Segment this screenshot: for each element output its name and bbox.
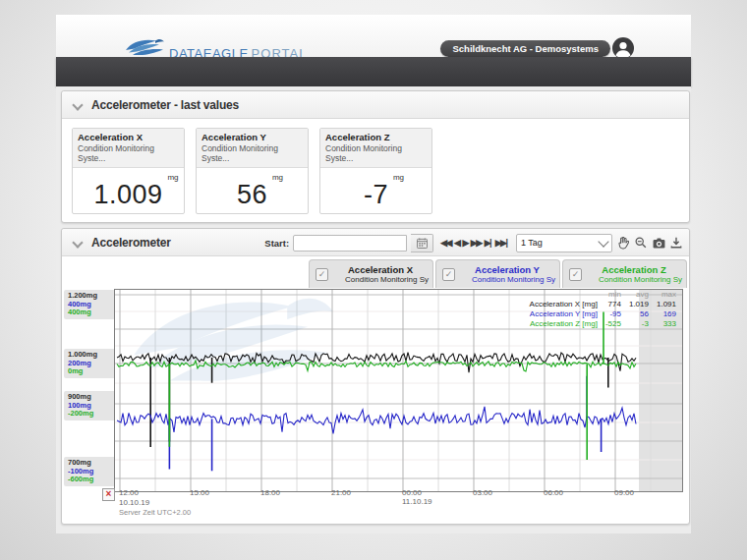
y-axis-label-group-4: 700mg -100mg -600mg — [64, 457, 116, 486]
y-tick-z: 0mg — [68, 367, 113, 376]
legend-series-name: Acceleration X — [332, 264, 429, 275]
top-nav-bar — [56, 57, 691, 86]
value-card-acceleration-z[interactable]: Acceleration Z Condition Monitoring Syst… — [319, 128, 432, 214]
y-axis-label-group-2: 1.000mg 200mg 0mg — [64, 349, 116, 378]
card-value-area: -7mg — [320, 168, 431, 221]
panel-title: Accelerometer — [91, 236, 171, 250]
zoom-out-button[interactable] — [634, 236, 648, 250]
card-subtitle: Condition Monitoring Syste... — [325, 143, 427, 163]
legend-tab-acceleration-y[interactable]: ✓ Acceleration Y Condition Monitoring Sy — [435, 259, 560, 288]
checkbox-checked-icon[interactable]: ✓ — [316, 268, 328, 281]
error-x-icon[interactable]: × — [102, 488, 115, 501]
legend-series-subtitle: Condition Monitoring Sy — [586, 275, 682, 284]
snapshot-button[interactable] — [652, 236, 665, 250]
collapse-chevron-icon[interactable] — [74, 100, 83, 109]
card-value-area: 1.009mg — [73, 168, 184, 221]
stats-header-max: max — [649, 290, 676, 300]
checkbox-checked-icon[interactable]: ✓ — [569, 268, 582, 281]
card-subtitle: Condition Monitoring Syste... — [78, 143, 179, 163]
dataeagle-portal-app: DATAEAGLE PORTAL Schildknecht AG - Demos… — [0, 0, 747, 560]
legend-series-name: Acceleration Y — [459, 264, 555, 275]
jump-to-end-icon[interactable]: ▶| — [485, 238, 492, 248]
panel-title: Accelerometer - last values — [91, 98, 239, 112]
time-range-value: 1 Tag — [521, 238, 543, 248]
panel-last-values-header[interactable]: Accelerometer - last values — [62, 91, 689, 119]
x-tick-label: 06:00 — [544, 488, 563, 497]
stats-row-z: Acceleration Z [mg]-525 -3333 — [522, 319, 676, 329]
chart-toolbar: Start: ◀◀ ◀ ▶ ▶▶ — [264, 233, 683, 252]
stats-row-x: Acceleration X [mg]774 1.0191.091 — [522, 300, 676, 309]
zoom-out-icon — [635, 237, 647, 249]
chart-stats-overlay: min avg max Acceleration X [mg]774 1.019… — [522, 290, 676, 329]
time-navigation-group: ◀◀ ◀ ▶ ▶▶ ▶| ▶▶| — [440, 238, 508, 248]
y-tick-z: -200mg — [68, 410, 113, 419]
chevron-down-icon — [598, 236, 608, 247]
camera-icon — [653, 238, 665, 249]
card-header: Acceleration Z Condition Monitoring Syst… — [320, 129, 431, 168]
y-tick-z: -600mg — [68, 476, 113, 484]
card-header: Acceleration Y Condition Monitoring Syst… — [197, 129, 308, 168]
x-tick-label: 18:00 — [260, 488, 280, 497]
legend-tab-acceleration-x[interactable]: ✓ Acceleration X Condition Monitoring Sy — [309, 259, 433, 288]
jump-to-latest-icon[interactable]: ▶▶| — [495, 238, 508, 248]
legend-series-name: Acceleration Z — [586, 264, 682, 275]
card-value: 1.009 — [93, 180, 162, 209]
x-tick-label: 15:00 — [190, 488, 209, 497]
card-header: Acceleration X Condition Monitoring Syst… — [73, 129, 184, 168]
download-button[interactable] — [669, 236, 683, 250]
y-axis-label-group-1: 1.200mg 400mg 400mg — [64, 290, 116, 319]
x-tick-label: 12:00 — [119, 488, 191, 498]
legend-series-subtitle: Condition Monitoring Sy — [459, 275, 555, 284]
stats-header-min: min — [598, 290, 621, 300]
stats-row-y: Acceleration Y [mg]-95 56169 — [522, 309, 676, 319]
x-tick-label: 09:00 — [614, 488, 634, 497]
card-unit: mg — [167, 173, 178, 182]
card-value-area: 56mg — [197, 168, 308, 221]
card-title: Acceleration Z — [325, 132, 427, 142]
x-axis-start-block: 12:00 10.10.19 Server Zeit UTC+2.00 — [119, 488, 191, 518]
x-tick-date: 11.10.19 — [402, 497, 432, 506]
start-date-input[interactable] — [293, 235, 407, 252]
checkbox-checked-icon[interactable]: ✓ — [442, 268, 455, 281]
x-axis-midnight-block: 00:00 11.10.19 — [402, 488, 432, 506]
pan-hand-icon — [617, 237, 629, 250]
time-range-select[interactable]: 1 Tag — [516, 234, 612, 252]
value-card-acceleration-x[interactable]: Acceleration X Condition Monitoring Syst… — [72, 128, 185, 214]
collapse-chevron-icon[interactable] — [74, 238, 83, 247]
card-title: Acceleration Y — [201, 132, 303, 142]
calendar-button[interactable] — [411, 234, 433, 252]
value-card-acceleration-y[interactable]: Acceleration Y Condition Monitoring Syst… — [196, 128, 309, 214]
header-band: DATAEAGLE PORTAL Schildknecht AG - Demos… — [56, 15, 691, 58]
card-subtitle: Condition Monitoring Syste... — [201, 143, 303, 163]
pan-tool-button[interactable] — [616, 236, 630, 250]
legend-tab-acceleration-z[interactable]: ✓ Acceleration Z Condition Monitoring Sy — [562, 259, 687, 288]
calendar-icon — [417, 238, 428, 249]
x-tick-label: 21:00 — [331, 488, 351, 497]
account-badge[interactable]: Schildknecht AG - Demosystems — [440, 40, 610, 57]
start-label: Start: — [264, 238, 289, 249]
card-unit: mg — [272, 173, 283, 182]
card-value: 56 — [237, 180, 267, 209]
skip-forward-icon[interactable]: ▶▶ — [471, 238, 482, 248]
card-title: Acceleration X — [78, 132, 179, 142]
step-forward-icon[interactable]: ▶ — [462, 238, 467, 248]
download-icon — [670, 237, 682, 249]
x-tick-label: 03:00 — [473, 488, 492, 497]
step-back-icon[interactable]: ◀ — [454, 238, 459, 248]
legend-series-subtitle: Condition Monitoring Sy — [332, 275, 429, 284]
panel-chart: Accelerometer Start: ◀◀ ◀ — [61, 228, 690, 525]
y-axis-label-group-3: 900mg 100mg -200mg — [64, 391, 116, 420]
card-unit: mg — [393, 173, 404, 182]
x-tick-date: 10.10.19 — [119, 498, 191, 508]
panel-last-values: Accelerometer - last values Acceleration… — [61, 90, 690, 223]
stats-header-avg: avg — [621, 290, 649, 300]
skip-back-icon[interactable]: ◀◀ — [440, 238, 451, 248]
x-tick-label: 00:00 — [402, 488, 432, 497]
timezone-note: Server Zeit UTC+2.00 — [119, 508, 191, 518]
panel-chart-header[interactable]: Accelerometer Start: ◀◀ ◀ — [62, 229, 689, 256]
card-value: -7 — [364, 180, 388, 209]
y-tick-z: 400mg — [68, 308, 113, 317]
